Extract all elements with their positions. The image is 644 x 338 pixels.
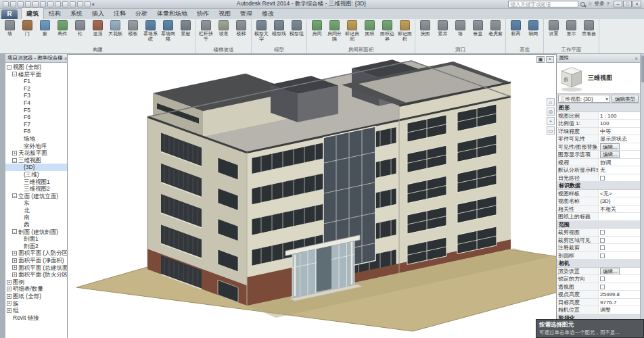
ribbon-button[interactable]: 幕墙系统 [142, 20, 159, 46]
tree-item[interactable]: 三维视图1 [5, 178, 67, 186]
zoom-window-icon[interactable]: ▭ [547, 126, 555, 135]
save-icon[interactable] [10, 1, 16, 7]
ribbon-button[interactable]: 楼板 [124, 20, 141, 46]
tree-expander-icon[interactable]: + [12, 258, 17, 263]
ribbon-button[interactable]: 查看器 [580, 20, 597, 46]
close-button[interactable]: × [632, 1, 641, 7]
ribbon-button[interactable]: 屋顶 [89, 20, 106, 46]
edit-type-button[interactable]: 编辑类型 [612, 95, 639, 103]
properties-header[interactable]: 属性 × [557, 54, 640, 63]
edit-button[interactable]: 编辑... [600, 151, 620, 158]
ribbon-button[interactable]: 墙 [1, 20, 18, 46]
property-value[interactable]: 编辑... [599, 268, 640, 275]
property-value[interactable]: 协调 [599, 159, 640, 166]
default-3d-view-icon[interactable] [70, 1, 76, 7]
property-group-header[interactable]: 标识数据 [557, 182, 640, 190]
tree-item[interactable]: +组 [5, 307, 67, 314]
redo-icon[interactable] [32, 1, 39, 7]
ribbon-button[interactable]: 竖井 [434, 20, 451, 46]
ribbon-tab[interactable]: 管理 [235, 8, 257, 19]
property-value[interactable] [599, 252, 640, 260]
tree-item[interactable]: F1 [5, 78, 67, 85]
tree-item[interactable]: +图例 [5, 279, 67, 286]
tree-expander-icon[interactable]: - [12, 229, 17, 234]
view-restore-icon[interactable]: ▣ [536, 56, 545, 63]
ribbon-button[interactable]: 竖梃 [177, 20, 194, 46]
tree-item[interactable]: +面积平面 (防火分区面积) [5, 271, 67, 279]
ribbon-button[interactable]: 标记房间 [344, 20, 361, 46]
ribbon-button[interactable]: 设置 [545, 20, 562, 46]
property-value[interactable]: 中等 [599, 128, 640, 135]
project-browser-header[interactable]: 项目浏览器 - 教学综合楼 × [5, 54, 67, 63]
tree-item[interactable]: {3D} [5, 164, 67, 171]
ribbon-button[interactable]: 显示 [563, 20, 580, 46]
maximize-button[interactable]: □ [623, 1, 632, 7]
ribbon-button[interactable]: 模型组 [288, 20, 305, 46]
tree-item[interactable]: Revit 链接 [5, 314, 67, 322]
tree-expander-icon[interactable]: + [7, 301, 12, 306]
property-value[interactable] [599, 283, 640, 291]
sync-icon[interactable] [18, 1, 24, 7]
ribbon-button[interactable]: 栏杆扶手 [198, 20, 214, 46]
tree-item[interactable]: 西 [5, 221, 67, 228]
align-icon[interactable] [55, 1, 61, 7]
ribbon-tab[interactable]: 协作 [192, 8, 214, 19]
property-value[interactable] [599, 244, 640, 251]
steering-wheel-icon[interactable]: ◎ [547, 107, 555, 116]
ribbon-tab[interactable]: 系统 [66, 8, 87, 19]
ribbon-button[interactable]: 门 [19, 20, 36, 46]
ribbon-button[interactable]: 幕墙网格 [160, 20, 177, 46]
property-value[interactable] [599, 275, 640, 283]
edit-button[interactable]: 编辑... [600, 143, 620, 151]
search-input[interactable] [508, 1, 578, 7]
property-value[interactable]: 不相关 [599, 206, 640, 213]
property-value[interactable] [599, 237, 640, 244]
tree-expander-icon[interactable]: - [12, 158, 17, 163]
tree-expander-icon[interactable]: + [12, 265, 17, 270]
tree-item[interactable]: +族 [5, 300, 67, 308]
ribbon-tab[interactable]: 注释 [109, 8, 131, 19]
help-icon[interactable]: ? [607, 1, 610, 7]
tree-expander-icon[interactable]: + [7, 287, 12, 291]
property-value[interactable]: <无> [599, 190, 640, 197]
checkbox[interactable] [600, 245, 605, 250]
tree-item[interactable]: 场地 [5, 135, 67, 143]
open-icon[interactable] [3, 1, 9, 7]
property-value[interactable]: 无 [599, 166, 640, 174]
tree-expander-icon[interactable]: + [12, 251, 17, 256]
measure-icon[interactable] [47, 1, 53, 7]
checkbox[interactable] [600, 254, 605, 258]
tree-item[interactable]: 东 [5, 199, 67, 207]
print-icon[interactable] [40, 1, 46, 7]
tree-item[interactable]: +明细表/数量 [5, 285, 67, 293]
tree-item[interactable]: -剖面 (建筑剖面) [5, 228, 67, 236]
tree-item[interactable]: 南 [5, 214, 67, 221]
property-value[interactable]: 25499.8 [599, 291, 640, 298]
property-group-header[interactable]: 相机 [557, 260, 640, 268]
checkbox[interactable] [600, 276, 605, 281]
tree-expander-icon[interactable]: - [12, 193, 17, 198]
ribbon-button[interactable]: 柱 [72, 20, 89, 46]
ribbon-button[interactable]: 面积 [361, 20, 378, 46]
property-value[interactable] [599, 228, 640, 236]
ribbon-tab[interactable]: 体量和场地 [152, 8, 192, 19]
ribbon-button[interactable]: 垂直 [469, 20, 486, 46]
property-value[interactable]: 调整 [599, 306, 640, 314]
thin-lines-icon[interactable] [85, 1, 91, 7]
tree-item[interactable]: F5 [5, 107, 67, 114]
tree-item[interactable]: F7 [5, 121, 67, 128]
tree-expander-icon[interactable]: - [12, 72, 17, 76]
ribbon-button[interactable]: 窗 [37, 20, 53, 46]
view-close-icon[interactable]: × [546, 56, 554, 63]
checkbox[interactable] [600, 176, 605, 180]
tree-expander-icon[interactable]: + [12, 151, 17, 155]
edit-button[interactable]: 编辑... [600, 268, 620, 275]
ribbon-tab[interactable]: 修改 [257, 8, 279, 19]
view-cube-home-icon[interactable]: ⌂ [547, 98, 555, 106]
favorites-star-icon[interactable]: ☆ [587, 1, 592, 7]
tree-expander-icon[interactable]: + [12, 272, 17, 277]
tree-item[interactable]: 北 [5, 207, 67, 214]
property-value[interactable]: {3D} [599, 197, 640, 205]
tree-item[interactable]: +面积平面 (人防分区面积) [5, 249, 67, 257]
checkbox[interactable] [600, 238, 605, 243]
